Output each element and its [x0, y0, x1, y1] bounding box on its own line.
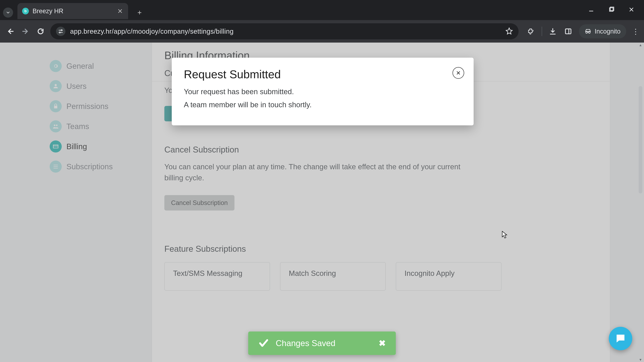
cancel-body: You can cancel your plan at any time. Th… — [164, 161, 480, 183]
scroll-thumb[interactable] — [639, 86, 642, 193]
page-viewport: General Users Permissions Teams Billing … — [0, 42, 644, 362]
maximize-icon — [608, 6, 614, 12]
feature-title: Text/SMS Messaging — [173, 269, 261, 278]
feature-card[interactable]: Match Scoring — [280, 262, 386, 291]
section-features-heading: Feature Subscriptions — [164, 244, 604, 254]
feature-cards-row: Text/SMS Messaging Match Scoring Incogni… — [164, 262, 604, 291]
settings-sidebar: General Users Permissions Teams Billing … — [49, 56, 136, 177]
site-info-button[interactable] — [56, 27, 66, 36]
scroll-down-arrow-icon[interactable]: ▾ — [638, 358, 643, 362]
nav-forward-button[interactable] — [20, 26, 31, 37]
feature-title: Incognito Apply — [404, 269, 493, 278]
url-text: app.breezy.hr/app/c/moodjoy/company/sett… — [70, 28, 501, 35]
team-icon — [50, 120, 62, 132]
sidebar-item-general[interactable]: General — [49, 56, 136, 76]
modal-line-1: Your request has been submitted. — [184, 87, 462, 96]
tune-icon — [58, 29, 64, 34]
sidebar-item-label: General — [66, 61, 94, 70]
window-controls — [587, 0, 644, 14]
browser-toolbar: app.breezy.hr/app/c/moodjoy/company/sett… — [0, 20, 644, 42]
window-minimize-button[interactable] — [587, 5, 595, 14]
sidebar-item-label: Permissions — [66, 102, 108, 111]
sidebar-item-label: Billing — [66, 142, 87, 151]
sidebar-item-billing[interactable]: Billing — [49, 136, 136, 157]
browser-titlebar: b Breezy HR + — [0, 0, 644, 20]
tab-close-button[interactable] — [117, 8, 124, 14]
reload-icon — [37, 28, 44, 35]
browser-tab[interactable]: b Breezy HR — [18, 3, 128, 19]
changes-saved-toast: Changes Saved ✖ — [248, 332, 396, 355]
download-icon — [549, 28, 556, 35]
modal-title: Request Submitted — [184, 68, 462, 81]
chat-icon — [615, 333, 626, 345]
toolbar-actions: Incognito ⋮ — [523, 24, 639, 38]
window-close-button[interactable] — [627, 5, 636, 14]
puzzle-icon — [527, 28, 535, 35]
user-icon — [50, 80, 62, 92]
new-tab-button[interactable]: + — [134, 7, 144, 17]
arrow-left-icon — [7, 28, 14, 35]
chevron-down-icon — [6, 10, 10, 15]
bookmark-button[interactable] — [506, 27, 513, 35]
favicon-icon: b — [22, 8, 29, 14]
close-icon — [456, 70, 461, 75]
sidebar-item-label: Subscriptions — [66, 162, 113, 171]
sidebar-item-subscriptions[interactable]: Subscriptions — [49, 157, 136, 177]
tab-search-button[interactable] — [3, 7, 13, 17]
browser-menu-button[interactable]: ⋮ — [632, 27, 639, 36]
svg-point-3 — [59, 32, 60, 33]
arrow-right-icon — [22, 28, 29, 35]
address-bar[interactable]: app.breezy.hr/app/c/moodjoy/company/sett… — [50, 23, 518, 39]
modal-close-button[interactable] — [452, 67, 464, 79]
modal-line-2: A team member will be in touch shortly. — [184, 100, 462, 109]
cancel-subscription-button[interactable]: Cancel Subscription — [164, 195, 234, 211]
extensions-button[interactable] — [526, 27, 536, 36]
gear-icon — [50, 60, 62, 72]
sidebar-item-permissions[interactable]: Permissions — [49, 96, 136, 116]
sidebar-item-label: Teams — [66, 122, 89, 131]
feature-title: Match Scoring — [289, 269, 377, 278]
close-icon — [628, 6, 634, 12]
feature-card[interactable]: Text/SMS Messaging — [164, 262, 270, 291]
window-maximize-button[interactable] — [607, 5, 616, 14]
tab-title: Breezy HR — [32, 7, 113, 15]
nav-reload-button[interactable] — [35, 26, 46, 37]
cancel-button-label: Cancel Subscription — [171, 199, 228, 206]
downloads-button[interactable] — [548, 27, 558, 36]
toast-message: Changes Saved — [276, 338, 372, 348]
toast-close-button[interactable]: ✖ — [379, 338, 386, 348]
incognito-icon — [585, 28, 591, 35]
sidebar-item-users[interactable]: Users — [49, 76, 136, 96]
list-icon — [50, 161, 62, 173]
tab-strip: b Breezy HR + — [0, 0, 144, 20]
feature-card[interactable]: Incognito Apply — [396, 262, 502, 291]
lock-icon — [50, 100, 62, 112]
scroll-up-arrow-icon[interactable]: ▴ — [638, 43, 643, 47]
card-icon — [50, 140, 62, 152]
close-icon — [118, 8, 123, 14]
request-submitted-modal: Request Submitted Your request has been … — [172, 58, 474, 125]
vertical-scrollbar[interactable]: ▴ ▾ — [638, 42, 643, 362]
toolbar-divider — [542, 27, 542, 36]
incognito-chip[interactable]: Incognito — [579, 24, 626, 38]
incognito-label: Incognito — [595, 28, 620, 35]
check-icon — [258, 338, 269, 349]
section-cancel-heading: Cancel Subscription — [164, 145, 604, 155]
nav-back-button[interactable] — [5, 26, 16, 37]
chat-launcher-button[interactable] — [609, 327, 632, 350]
svg-point-2 — [61, 30, 62, 31]
sidebar-item-label: Users — [66, 82, 86, 91]
panel-icon — [564, 28, 572, 35]
minimize-icon — [588, 6, 594, 12]
star-icon — [506, 27, 513, 35]
sidepanel-button[interactable] — [564, 27, 573, 36]
svg-rect-4 — [565, 29, 571, 34]
sidebar-item-teams[interactable]: Teams — [49, 116, 136, 136]
